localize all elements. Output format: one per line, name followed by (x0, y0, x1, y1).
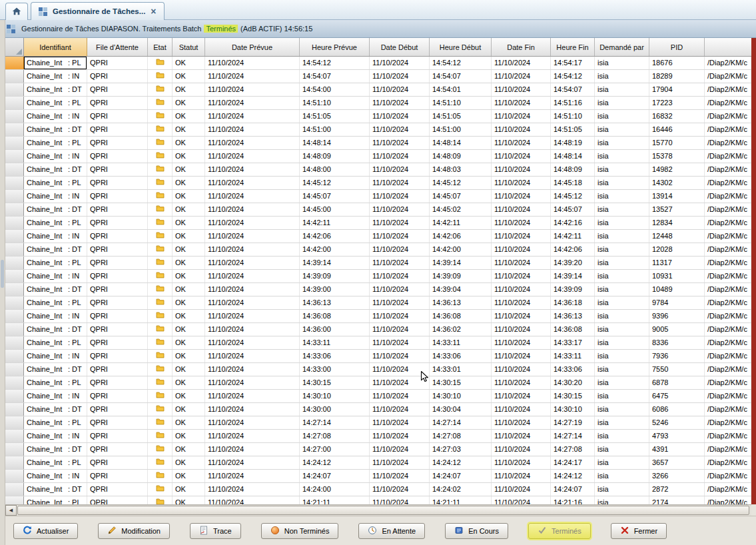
table-row[interactable]: Chaine_Int: PL QPRI OK 11/10/2024 14:51:… (5, 97, 751, 110)
table-row[interactable]: Chaine_Int: IN QPRI OK 11/10/2024 14:54:… (5, 70, 751, 83)
table-row[interactable]: Chaine_Int: PL QPRI OK 11/10/2024 14:36:… (5, 296, 751, 310)
table-row[interactable]: Chaine_Int: IN QPRI OK 11/10/2024 14:27:… (5, 430, 751, 443)
column-header-file-attente[interactable]: File d'Attente (87, 38, 148, 56)
row-selector[interactable] (5, 137, 24, 149)
splitter-handle[interactable] (1, 260, 4, 288)
row-selector[interactable] (5, 483, 24, 496)
table-row[interactable]: Chaine_Int: PL QPRI OK 11/10/2024 14:24:… (5, 456, 751, 470)
table-row[interactable]: Chaine_Int: IN QPRI OK 11/10/2024 14:24:… (5, 470, 751, 483)
row-selector[interactable] (5, 70, 24, 83)
column-header-pid[interactable]: PID (649, 38, 705, 56)
table-row[interactable]: Chaine_Int: IN QPRI OK 11/10/2024 14:39:… (5, 270, 751, 283)
table-row[interactable]: Chaine_Int: DT QPRI OK 11/10/2024 14:51:… (5, 123, 751, 137)
row-selector[interactable] (5, 403, 24, 416)
row-selector[interactable] (5, 456, 24, 469)
select-all-corner[interactable] (5, 38, 24, 56)
column-header-heure-prevue[interactable]: Heure Prévue (300, 38, 370, 56)
h-scrollbar[interactable]: ◀ (5, 504, 751, 516)
row-selector[interactable] (5, 430, 24, 442)
row-selector[interactable] (5, 363, 24, 376)
row-selector[interactable] (5, 177, 24, 189)
row-selector[interactable] (5, 390, 24, 402)
row-selector[interactable] (5, 270, 24, 282)
row-selector[interactable] (5, 323, 24, 336)
table-row[interactable]: Chaine_Int: DT QPRI OK 11/10/2024 14:39:… (5, 283, 751, 296)
row-selector[interactable] (5, 217, 24, 229)
column-header-identifiant[interactable]: Identifiant (24, 38, 87, 56)
table-row[interactable]: Chaine_Int: DT QPRI OK 11/10/2024 14:27:… (5, 443, 751, 456)
row-selector[interactable] (5, 97, 24, 109)
table-row[interactable]: Chaine_Int: DT QPRI OK 11/10/2024 14:30:… (5, 403, 751, 416)
row-selector[interactable] (5, 190, 24, 203)
row-selector[interactable] (5, 283, 24, 296)
cell-date-fin: 11/10/2024 (492, 203, 551, 216)
row-selector[interactable] (5, 123, 24, 136)
column-header-heure-debut[interactable]: Heure Début (430, 38, 492, 56)
row-selector[interactable] (5, 150, 24, 163)
row-selector[interactable] (5, 230, 24, 243)
column-header-statut[interactable]: Statut (173, 38, 205, 56)
row-selector[interactable] (5, 83, 24, 96)
scroll-left-button[interactable]: ◀ (5, 505, 17, 516)
table-row[interactable]: Chaine_Int: IN QPRI OK 11/10/2024 14:51:… (5, 110, 751, 123)
row-selector[interactable] (5, 350, 24, 362)
table-row[interactable]: Chaine_Int: PL QPRI OK 11/10/2024 14:54:… (5, 57, 751, 70)
table-row[interactable]: Chaine_Int: DT QPRI OK 11/10/2024 14:54:… (5, 83, 751, 97)
trace-button[interactable]: Trace (190, 523, 241, 539)
table-row[interactable]: Chaine_Int: PL QPRI OK 11/10/2024 14:48:… (5, 137, 751, 150)
en-attente-button[interactable]: En Attente (358, 523, 425, 539)
termines-button[interactable]: Terminés (528, 523, 591, 539)
row-selector[interactable] (5, 257, 24, 269)
row-selector[interactable] (5, 243, 24, 256)
column-header-demande-par[interactable]: Demandé par (595, 38, 649, 56)
table-row[interactable]: Chaine_Int: IN QPRI OK 11/10/2024 14:33:… (5, 350, 751, 363)
row-selector[interactable] (5, 310, 24, 322)
non-termines-button[interactable]: Non Terminés (261, 523, 339, 539)
column-header-date-prevue[interactable]: Date Prévue (205, 38, 300, 56)
table-row[interactable]: Chaine_Int: DT QPRI OK 11/10/2024 14:36:… (5, 323, 751, 336)
row-selector[interactable] (5, 296, 24, 309)
column-header-etat[interactable]: Etat (148, 38, 173, 56)
row-selector[interactable] (5, 110, 24, 123)
table-row[interactable]: Chaine_Int: IN QPRI OK 11/10/2024 14:42:… (5, 230, 751, 243)
table-row[interactable]: Chaine_Int: PL QPRI OK 11/10/2024 14:42:… (5, 217, 751, 230)
cell-etat (148, 150, 173, 163)
row-selector[interactable] (5, 443, 24, 456)
actualiser-button[interactable]: Actualiser (13, 523, 78, 539)
row-selector[interactable] (5, 336, 24, 349)
table-row[interactable]: Chaine_Int: DT QPRI OK 11/10/2024 14:42:… (5, 243, 751, 257)
scroll-thumb[interactable] (17, 506, 749, 515)
modification-button[interactable]: Modification (98, 523, 170, 539)
column-header-date-debut[interactable]: Date Début (370, 38, 430, 56)
column-header-heure-fin[interactable]: Heure Fin (551, 38, 595, 56)
row-selector[interactable] (5, 376, 24, 389)
table-row[interactable]: Chaine_Int: DT QPRI OK 11/10/2024 14:45:… (5, 203, 751, 217)
table-row[interactable]: Chaine_Int: IN QPRI OK 11/10/2024 14:48:… (5, 150, 751, 163)
row-selector[interactable] (5, 416, 24, 429)
table-row[interactable]: Chaine_Int: PL QPRI OK 11/10/2024 14:45:… (5, 177, 751, 190)
table-row[interactable]: Chaine_Int: IN QPRI OK 11/10/2024 14:30:… (5, 390, 751, 403)
table-row[interactable]: Chaine_Int: PL QPRI OK 11/10/2024 14:30:… (5, 376, 751, 390)
table-row[interactable]: Chaine_Int: PL QPRI OK 11/10/2024 14:21:… (5, 496, 751, 504)
en-cours-button[interactable]: En Cours (445, 523, 508, 539)
column-header-extra[interactable] (705, 38, 751, 56)
row-selector[interactable] (5, 57, 24, 69)
table-row[interactable]: Chaine_Int: DT QPRI OK 11/10/2024 14:48:… (5, 163, 751, 177)
cell-statut: OK (173, 336, 205, 349)
row-selector[interactable] (5, 470, 24, 482)
tab-close-icon[interactable]: × (151, 7, 156, 16)
tab-gestionnaire-taches[interactable]: Gestionnaire de Tâches... × (31, 2, 165, 20)
table-row[interactable]: Chaine_Int: IN QPRI OK 11/10/2024 14:36:… (5, 310, 751, 323)
table-row[interactable]: Chaine_Int: PL QPRI OK 11/10/2024 14:33:… (5, 336, 751, 350)
table-row[interactable]: Chaine_Int: DT QPRI OK 11/10/2024 14:33:… (5, 363, 751, 376)
home-tab[interactable] (5, 3, 28, 20)
table-row[interactable]: Chaine_Int: IN QPRI OK 11/10/2024 14:45:… (5, 190, 751, 203)
row-selector[interactable] (5, 163, 24, 176)
row-selector[interactable] (5, 496, 24, 504)
table-row[interactable]: Chaine_Int: PL QPRI OK 11/10/2024 14:27:… (5, 416, 751, 430)
table-row[interactable]: Chaine_Int: PL QPRI OK 11/10/2024 14:39:… (5, 257, 751, 270)
fermer-button[interactable]: Fermer (611, 523, 667, 539)
column-header-date-fin[interactable]: Date Fin (492, 38, 551, 56)
table-row[interactable]: Chaine_Int: DT QPRI OK 11/10/2024 14:24:… (5, 483, 751, 496)
row-selector[interactable] (5, 203, 24, 216)
